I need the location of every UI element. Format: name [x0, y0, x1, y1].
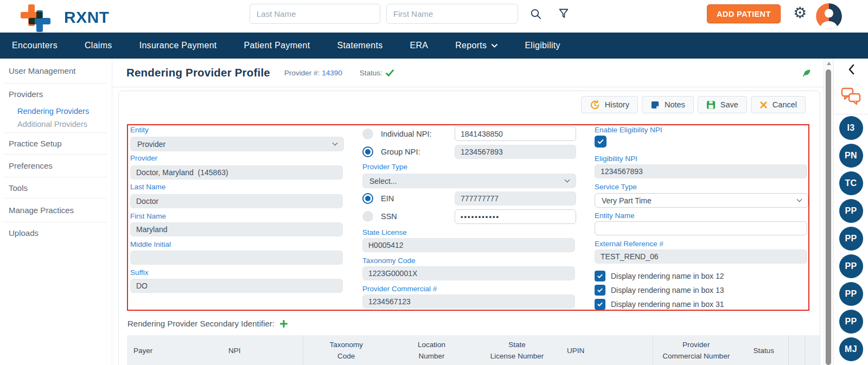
practice-badge[interactable]: PP — [839, 310, 863, 334]
eligibility-npi-field[interactable] — [595, 164, 807, 178]
nav-eligibility[interactable]: Eligibility — [525, 41, 560, 50]
ein-radio[interactable] — [362, 193, 373, 204]
provider-number-value[interactable]: 14390 — [322, 69, 342, 77]
provider-profile-card: History Notes Save — [118, 91, 820, 365]
add-secondary-identifier-button[interactable] — [280, 320, 288, 328]
main-content: Rendering Provider Profile Provider #:14… — [112, 59, 824, 365]
ssn-radio[interactable] — [362, 211, 373, 222]
sidebar-item-manage-practices[interactable]: Manage Practices — [0, 198, 112, 222]
entity-name-field[interactable] — [595, 221, 807, 235]
table-header-row: Payer NPI TaxonomyCode LocationNumber St… — [127, 335, 820, 365]
scrollbar-thumb[interactable] — [826, 69, 831, 365]
nav-claims[interactable]: Claims — [85, 41, 112, 50]
sidebar-item-tools[interactable]: Tools — [0, 177, 112, 198]
sidebar-item-uploads[interactable]: Uploads — [0, 222, 112, 244]
group-npi-radio[interactable] — [362, 146, 373, 157]
enable-eligibility-npi-label: Enable Eligibility NPI — [595, 126, 662, 134]
practice-badge[interactable]: PP — [839, 227, 863, 251]
practice-badge[interactable]: PP — [839, 199, 863, 223]
provider-type-select[interactable]: Select... — [362, 174, 576, 188]
eligibility-npi-label: Eligibility NPI — [595, 155, 637, 163]
primary-nav: Encounters Claims Insurance Payment Pati… — [0, 33, 868, 59]
practice-badge[interactable]: MJ — [839, 337, 863, 361]
sidebar-item-additional-providers[interactable]: Additional Providers — [0, 118, 112, 132]
filter-button[interactable] — [558, 8, 570, 22]
add-patient-button[interactable]: ADD PATIENT — [707, 4, 781, 23]
taxonomy-code-label: Taxonomy Code — [362, 257, 416, 265]
ssn-field[interactable] — [455, 209, 576, 224]
display-box13-checkbox[interactable] — [595, 285, 605, 296]
plus-icon — [280, 320, 288, 328]
individual-npi-field[interactable] — [455, 126, 576, 141]
ein-label: EIN — [381, 194, 394, 203]
check-icon — [597, 287, 603, 293]
nav-reports-label: Reports — [455, 41, 487, 50]
rxnt-logo[interactable]: RXNT — [20, 4, 139, 29]
nav-insurance-payment[interactable]: Insurance Payment — [139, 41, 217, 50]
rail-divider — [834, 114, 868, 114]
nav-era[interactable]: ERA — [410, 41, 428, 50]
scrollbar-up-arrow[interactable] — [827, 62, 831, 65]
sidebar-item-user-management[interactable]: User Management — [0, 59, 112, 83]
chat-button[interactable] — [841, 87, 861, 107]
service-type-select-value: Very Part Time — [602, 196, 652, 205]
cancel-button-label: Cancel — [773, 100, 797, 109]
individual-npi-label: Individual NPI: — [381, 130, 432, 138]
col-state-license-number: StateLicense Number — [474, 335, 560, 365]
secondary-identifier-header: Rendering Provider Secondary Identifier: — [127, 319, 288, 328]
sidebar-item-providers[interactable]: Providers — [0, 84, 112, 104]
first-name-search-input[interactable] — [386, 4, 518, 24]
history-icon — [590, 100, 600, 110]
external-reference-field[interactable] — [595, 249, 807, 264]
save-button[interactable]: Save — [698, 96, 747, 113]
practice-badge[interactable]: PN — [839, 144, 863, 168]
user-avatar[interactable] — [816, 3, 842, 29]
practice-badges: I3 PN TC PP PP PP PP PP MJ — [839, 116, 863, 361]
display-box12-checkbox[interactable] — [595, 271, 605, 281]
collapse-panel-button[interactable] — [848, 64, 854, 76]
sidebar-item-practice-setup[interactable]: Practice Setup — [0, 133, 112, 154]
display-box31-checkbox[interactable] — [595, 299, 605, 310]
vertical-scrollbar[interactable] — [824, 59, 833, 365]
provider-commercial-field[interactable] — [362, 294, 575, 309]
check-icon — [597, 273, 603, 279]
cancel-button[interactable]: Cancel — [751, 96, 806, 113]
practice-badge[interactable]: I3 — [839, 116, 863, 140]
first-name-field[interactable] — [130, 222, 343, 236]
sidebar-item-rendering-providers[interactable]: Rendering Providers — [0, 104, 112, 118]
last-name-search-input[interactable] — [250, 4, 380, 24]
practice-badge[interactable]: TC — [839, 171, 863, 195]
search-button[interactable] — [529, 8, 542, 22]
taxonomy-code-field[interactable] — [362, 266, 575, 280]
state-license-field[interactable] — [362, 238, 575, 252]
chat-bubbles-icon — [841, 87, 861, 105]
enable-eligibility-npi-checkbox[interactable] — [595, 136, 607, 148]
history-button[interactable]: History — [581, 96, 638, 113]
entity-select[interactable]: Provider — [130, 137, 344, 151]
save-button-label: Save — [720, 100, 738, 109]
secondary-identifier-title: Rendering Provider Secondary Identifier: — [127, 319, 275, 328]
nav-patient-payment[interactable]: Patient Payment — [244, 41, 310, 50]
provider-type-select-value: Select... — [369, 177, 397, 185]
leaf-icon[interactable] — [802, 68, 812, 79]
ein-field[interactable] — [455, 191, 576, 206]
check-icon — [597, 138, 604, 145]
notes-button[interactable]: Notes — [642, 96, 694, 113]
nav-encounters[interactable]: Encounters — [12, 41, 58, 50]
practice-badge[interactable]: PP — [839, 254, 863, 278]
nav-reports[interactable]: Reports — [455, 41, 497, 50]
service-type-select[interactable]: Very Part Time — [595, 193, 808, 208]
nav-statements[interactable]: Statements — [337, 41, 383, 50]
provider-field[interactable] — [130, 165, 343, 180]
group-npi-row: Group NPI: — [362, 146, 420, 157]
group-npi-field[interactable] — [455, 145, 576, 159]
settings-gear-icon[interactable]: ⚙ — [793, 5, 807, 21]
suffix-field[interactable] — [130, 279, 343, 293]
practice-badge[interactable]: PP — [839, 282, 863, 306]
middle-initial-field[interactable] — [130, 251, 343, 265]
logo-text: RXNT — [64, 8, 110, 27]
last-name-field[interactable] — [130, 194, 343, 208]
sidebar-item-preferences[interactable]: Preferences — [0, 155, 112, 177]
individual-npi-radio[interactable] — [362, 129, 373, 139]
status-label: Status: — [360, 69, 382, 77]
